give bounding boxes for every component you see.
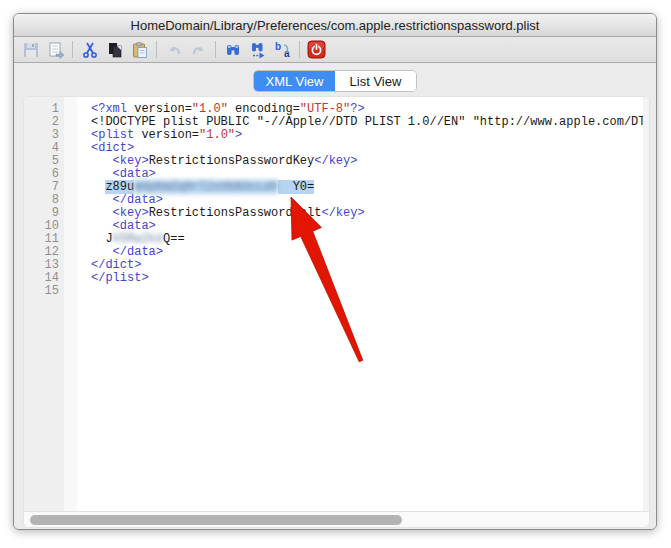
window-title: HomeDomain/Library/Preferences/com.apple… xyxy=(131,18,540,33)
toolbar-separator xyxy=(215,41,216,58)
code-line[interactable]: <key>RestrictionsPasswordKey</key> xyxy=(91,155,643,168)
find-next-icon xyxy=(249,41,267,59)
editor-body: 123456789101112131415 <?xml version="1.0… xyxy=(24,97,649,511)
vertical-scrollbar-track[interactable] xyxy=(643,97,649,511)
horizontal-scrollbar-track[interactable] xyxy=(24,511,649,528)
code-line[interactable]: Jh5Rw2kdQ== xyxy=(91,233,643,246)
quit-button[interactable] xyxy=(304,39,329,61)
replace-icon: b a xyxy=(273,41,293,59)
xml-code-area[interactable]: <?xml version="1.0" encoding="UTF-8"?><!… xyxy=(77,97,643,511)
find-next-button[interactable] xyxy=(245,39,270,61)
code-line[interactable] xyxy=(91,285,643,298)
gutter-margin xyxy=(64,97,77,511)
content-area: XML View List View 123456789101112131415… xyxy=(14,63,656,529)
screenshot-root: HomeDomain/Library/Preferences/com.apple… xyxy=(0,0,671,548)
view-tab-control: XML View List View xyxy=(253,70,417,92)
export-button[interactable] xyxy=(43,39,68,61)
line-number: 15 xyxy=(24,285,59,298)
cut-button[interactable] xyxy=(77,39,102,61)
code-line[interactable]: <plist version="1.0"> xyxy=(91,129,643,142)
redo-button[interactable] xyxy=(186,39,211,61)
line-number-gutter: 123456789101112131415 xyxy=(24,97,64,511)
paste-icon xyxy=(131,41,149,59)
toolbar-separator xyxy=(299,41,300,58)
redo-icon xyxy=(190,41,208,59)
paste-button[interactable] xyxy=(127,39,152,61)
code-line[interactable]: z89uW4pKmZq8rT2xVbN3cLd9 Y0= xyxy=(91,181,643,194)
tab-xml-view[interactable]: XML View xyxy=(254,71,335,91)
copy-icon xyxy=(106,41,124,59)
code-line[interactable]: <key>RestrictionsPasswordSalt</key> xyxy=(91,207,643,220)
undo-button[interactable] xyxy=(161,39,186,61)
horizontal-scrollbar-thumb[interactable] xyxy=(30,515,402,525)
title-bar[interactable]: HomeDomain/Library/Preferences/com.apple… xyxy=(14,14,656,37)
toolbar-separator xyxy=(72,41,73,58)
svg-text:b: b xyxy=(275,41,281,52)
code-line[interactable]: </plist> xyxy=(91,272,643,285)
find-button[interactable] xyxy=(220,39,245,61)
toolbar-separator xyxy=(156,41,157,58)
export-page-icon xyxy=(47,41,65,59)
copy-button[interactable] xyxy=(102,39,127,61)
code-line[interactable]: </dict> xyxy=(91,259,643,272)
save-icon xyxy=(22,41,40,59)
replace-button[interactable]: b a xyxy=(270,39,295,61)
app-window: HomeDomain/Library/Preferences/com.apple… xyxy=(13,13,657,530)
xml-editor-panel: 123456789101112131415 <?xml version="1.0… xyxy=(23,96,650,528)
find-icon xyxy=(224,41,242,59)
cut-icon xyxy=(81,41,99,59)
undo-icon xyxy=(165,41,183,59)
save-button[interactable] xyxy=(18,39,43,61)
toolbar: b a xyxy=(14,37,656,63)
tab-list-view[interactable]: List View xyxy=(335,71,416,91)
code-line[interactable]: </data> xyxy=(91,246,643,259)
power-quit-icon xyxy=(307,40,326,59)
